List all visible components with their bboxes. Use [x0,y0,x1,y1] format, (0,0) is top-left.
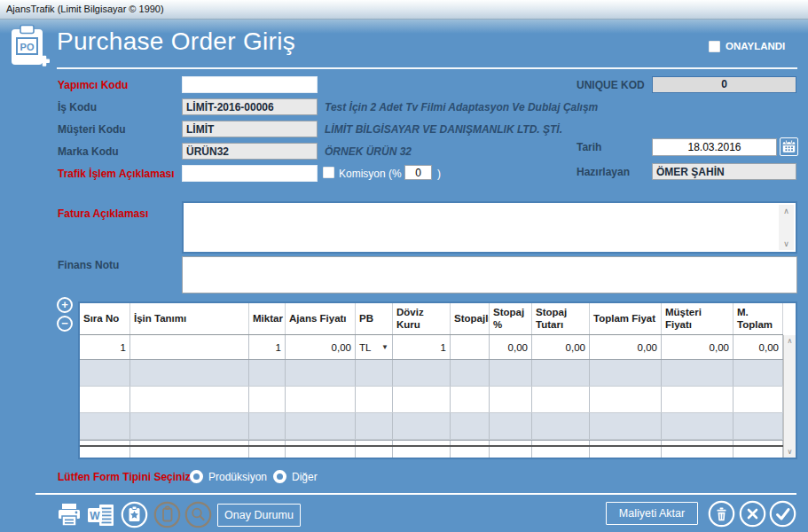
chevron-down-icon: ▼ [381,343,388,351]
header-divider [57,67,797,69]
komisyon-label: Komisyon (% [339,168,402,180]
fatura-aciklamasi-field: ∧ ∨ [182,201,797,254]
page-title: Purchase Order Giriş [57,27,295,56]
pb-value: TL [359,342,371,353]
fatura-scrollbar[interactable]: ∧ ∨ [779,205,794,250]
add-row-button[interactable]: + [57,297,73,313]
col-musteri-fiyati: Müşteri Fiyatı [662,303,733,334]
is-kodu-label: İş Kodu [58,101,97,113]
komisyon-suffix: ) [437,168,441,180]
musteri-kodu-input[interactable] [182,121,318,137]
radio-diger-label: Diğer [292,471,318,483]
delete-button[interactable] [708,500,735,528]
marka-kodu-input[interactable] [182,143,318,160]
col-m-toplam: M. Toplam [733,303,783,334]
table-new-row-separator [80,440,783,447]
table-empty-row[interactable] [80,360,783,387]
cell-isin-tanimi[interactable] [130,335,249,359]
remove-row-button[interactable]: − [57,316,73,332]
table-header-row: Sıra No İşin Tanımı Miktar Ajans Fiyatı … [80,303,783,335]
radio-diger[interactable] [273,470,286,483]
scroll-up-icon[interactable]: ∧ [788,337,793,345]
confirm-button[interactable] [769,500,796,528]
minus-icon: − [61,317,68,330]
table-empty-row[interactable] [80,447,783,458]
hazirlayan-label: Hazırlayan [577,166,630,178]
scroll-down-icon[interactable]: ∨ [783,239,789,248]
komisyon-input[interactable] [404,165,432,180]
maliyeti-aktar-button[interactable]: Maliyeti Aktar [606,502,698,525]
calendar-button[interactable] [780,137,798,156]
cell-pb-dropdown[interactable]: TL ▼ [356,335,393,359]
fatura-aciklamasi-label: Fatura Açıklaması [58,207,148,220]
marka-kodu-label: Marka Kodu [58,145,119,158]
yapimci-kodu-label: Yapımcı Kodu [58,79,128,91]
toolbar-divider [35,493,796,495]
word-icon: W [90,510,100,522]
approved-label: ONAYLANDI [726,41,785,51]
table-scrollbar[interactable]: ∧ ∨ [783,335,796,458]
word-export-button[interactable]: W [87,504,115,528]
col-toplam-fiyat: Toplam Fiyat [590,303,662,334]
scroll-down-icon[interactable]: ∨ [788,448,793,456]
print-button[interactable] [56,503,82,528]
clipboard-star-button[interactable] [121,501,148,528]
trafik-islem-input[interactable] [182,165,318,182]
search-disabled-button[interactable] [184,501,212,528]
fatura-aciklamasi-textarea[interactable] [184,203,781,252]
cell-stopaj-tutari[interactable]: 0,00 [532,335,590,359]
cell-toplam-fiyat[interactable]: 0,00 [590,335,662,359]
unique-kod-label: UNIQUE KOD [577,79,645,91]
form-type-label: Lütfen Form Tipini Seçiniz [58,471,191,483]
col-stopaj-yuzde: Stopaj % [490,303,532,334]
col-pb: PB [356,303,393,334]
finans-notu-field [182,256,797,293]
approved-checkbox[interactable] [709,41,720,52]
col-isin-tanimi: İşin Tanımı [130,303,249,334]
scroll-up-icon[interactable]: ∧ [783,207,789,215]
clipboard-disabled-button[interactable] [153,501,181,528]
unique-kod-value: 0 [652,76,796,93]
window-titlebar: AjansTrafik (Limit Bilgisayar © 1990) [0,0,808,20]
yapimci-kodu-input[interactable] [182,76,318,93]
finans-notu-textarea[interactable] [183,257,796,293]
radio-produksiyon-label: Prodüksiyon [208,471,267,483]
cell-stopaj-yuzde[interactable]: 0,00 [490,335,532,359]
col-stopaj-tutari: Stopaj Tutarı [532,303,590,334]
col-miktar: Miktar [249,303,286,334]
cell-m-toplam[interactable]: 0,00 [733,335,783,359]
cell-ajans-fiyati[interactable]: 0,00 [286,335,356,359]
marka-kodu-note: ÖRNEK ÜRÜN 32 [325,145,412,158]
onay-durumu-button[interactable]: Onay Durumu [217,504,301,527]
col-doviz-kuru: Döviz Kuru [393,303,451,334]
items-table: Sıra No İşin Tanımı Miktar Ajans Fiyatı … [78,301,797,459]
is-kodu-input[interactable] [182,98,318,115]
tarih-label: Tarih [577,141,601,153]
calendar-icon [781,139,796,154]
cell-miktar[interactable]: 1 [249,335,286,359]
cell-stopajli[interactable] [451,335,490,359]
svg-text:PO: PO [20,42,35,52]
plus-icon: + [61,298,68,311]
trafik-islem-label: Trafik İşlem Açıklaması [58,168,175,180]
purchase-order-icon: PO [7,23,50,67]
table-row[interactable]: 1 1 0,00 TL ▼ 1 0,00 0,00 0,00 0,00 0,00 [80,335,783,360]
col-sira-no: Sıra No [80,303,130,334]
table-empty-row[interactable] [80,413,783,440]
is-kodu-note: Test İçin 2 Adet Tv Filmi Adaptasyon Ve … [325,101,598,113]
cell-sira-no[interactable]: 1 [80,335,130,359]
window-title: AjansTrafik (Limit Bilgisayar © 1990) [6,4,164,14]
musteri-kodu-label: Müşteri Kodu [58,123,126,136]
radio-produksiyon[interactable] [190,470,203,483]
cancel-button[interactable] [739,500,766,528]
hazirlayan-input[interactable] [652,163,796,180]
cell-doviz-kuru[interactable]: 1 [393,335,451,359]
col-stopajli: Stopajlı [451,303,490,334]
komisyon-checkbox[interactable] [323,167,334,178]
tarih-input[interactable] [652,138,777,156]
table-empty-row[interactable] [80,387,783,413]
musteri-kodu-note: LİMİT BİLGİSAYAR VE DANIŞMANLIK LTD. ŞTİ… [325,123,562,136]
col-ajans-fiyati: Ajans Fiyatı [286,303,356,334]
cell-musteri-fiyati[interactable]: 0,00 [662,335,733,359]
finans-notu-label: Finans Notu [58,259,119,271]
